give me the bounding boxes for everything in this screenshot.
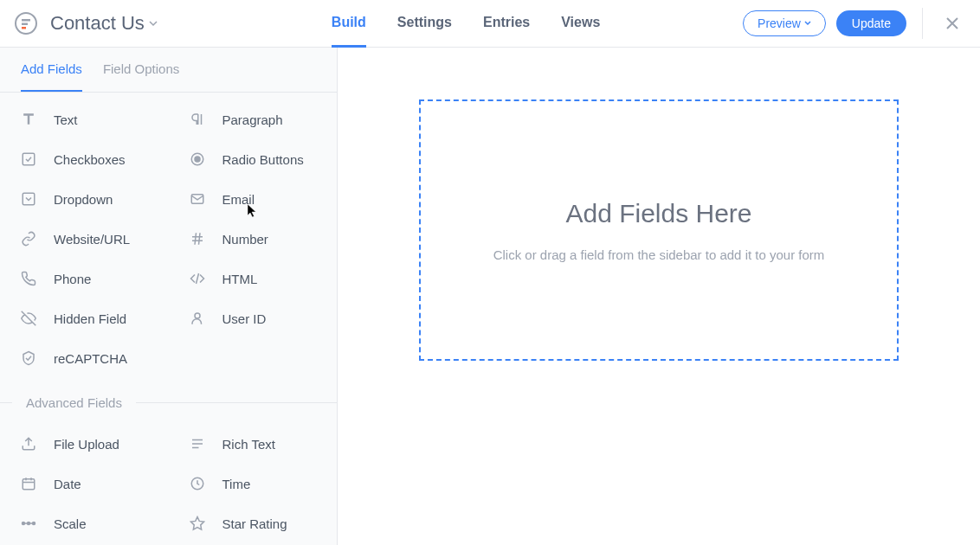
field-item-star-rating[interactable]: Star Rating [169,503,338,543]
svg-point-6 [195,157,200,162]
field-label: Phone [54,272,91,286]
field-label: Star Rating [222,516,287,531]
form-title-text: Contact Us [50,12,145,35]
divider [136,402,337,403]
field-label: Radio Buttons [222,152,304,167]
svg-point-12 [23,523,25,525]
field-label: File Upload [54,437,119,452]
field-item-scale[interactable]: Scale [0,503,169,543]
form-title-dropdown[interactable]: Contact Us [50,12,158,35]
svg-point-14 [33,523,35,525]
field-item-phone[interactable]: Phone [0,259,169,298]
preview-button[interactable]: Preview [743,10,826,36]
section-label: Advanced Fields [12,395,136,410]
field-label: Rich Text [222,437,275,452]
field-label: Email [222,192,255,207]
radio-icon [188,150,207,169]
field-label: Date [54,477,81,491]
field-item-dropdown[interactable]: Dropdown [0,179,169,219]
field-label: Hidden Field [54,311,126,326]
update-button[interactable]: Update [836,10,906,36]
field-item-file-upload[interactable]: File Upload [0,424,169,464]
field-label: Paragraph [222,112,283,127]
sidebar-tab-field-options[interactable]: Field Options [103,48,179,92]
svg-rect-10 [23,479,35,490]
field-label: Website/URL [54,232,130,247]
upload-icon [19,434,38,453]
nav-tab-build[interactable]: Build [332,0,366,48]
field-label: User ID [222,311,267,326]
sidebar-tab-add-fields[interactable]: Add Fields [21,48,82,92]
field-item-userid[interactable]: User ID [169,298,338,338]
star-icon [188,514,207,533]
svg-point-9 [195,313,200,318]
header-actions: Preview Update [743,8,966,39]
nav-tab-entries[interactable]: Entries [483,0,530,48]
field-label: Checkboxes [54,152,126,167]
advanced-fields-grid: File Upload Rich Text Date [0,417,337,545]
recaptcha-icon [19,349,38,368]
link-icon [19,229,38,248]
email-icon [188,189,207,208]
field-label: Time [222,477,251,491]
close-button[interactable] [938,13,966,34]
field-label: reCAPTCHA [54,351,127,366]
main-nav: Build Settings Entries Views [332,0,600,48]
dropdown-icon [19,189,38,208]
time-icon [188,474,207,493]
field-label: Text [54,112,78,127]
svg-rect-7 [23,193,35,205]
caret-down-icon [804,20,811,27]
field-label: Scale [54,516,87,531]
field-item-time[interactable]: Time [169,464,338,503]
field-item-url[interactable]: Website/URL [0,219,169,259]
nav-tab-settings[interactable]: Settings [397,0,452,48]
dropzone-subtitle: Click or drag a field from the sidebar t… [493,247,825,262]
svg-point-13 [28,523,30,525]
dropzone[interactable]: Add Fields Here Click or drag a field fr… [419,99,899,361]
app-header: Contact Us Build Settings Entries Views … [0,0,980,48]
main-content: Add Fields Field Options Text Paragraph [0,48,980,545]
date-icon [19,474,38,493]
field-item-email[interactable]: Email [169,179,338,219]
text-icon [19,110,38,129]
app-logo-icon [14,11,38,35]
svg-rect-2 [22,23,28,26]
svg-rect-3 [22,27,26,29]
scale-icon [19,514,38,533]
field-label: Number [222,232,268,247]
html-icon [188,269,207,288]
user-icon [188,309,207,328]
svg-rect-4 [23,153,35,165]
field-label: HTML [222,272,258,286]
divider [922,8,923,39]
svg-rect-1 [22,19,30,22]
field-item-recaptcha[interactable]: reCAPTCHA [0,338,169,378]
checkbox-icon [19,150,38,169]
advanced-fields-header: Advanced Fields [0,388,337,417]
field-item-date[interactable]: Date [0,464,169,503]
field-item-html[interactable]: HTML [169,259,338,298]
dropzone-title: Add Fields Here [565,199,751,228]
basic-fields-grid: Text Paragraph Checkboxes [0,93,337,385]
sidebar-tabs: Add Fields Field Options [0,48,337,93]
paragraph-icon [188,110,207,129]
field-item-radio[interactable]: Radio Buttons [169,139,338,179]
phone-icon [19,269,38,288]
field-item-rich-text[interactable]: Rich Text [169,424,338,464]
hash-icon [188,229,207,248]
nav-tab-views[interactable]: Views [561,0,600,48]
field-item-hidden[interactable]: Hidden Field [0,298,169,338]
chevron-down-icon [148,18,158,29]
richtext-icon [188,434,207,453]
hidden-icon [19,309,38,328]
divider [0,402,12,403]
field-item-number[interactable]: Number [169,219,338,259]
field-item-checkboxes[interactable]: Checkboxes [0,139,169,179]
field-label: Dropdown [54,192,113,207]
form-canvas: Add Fields Here Click or drag a field fr… [338,48,980,545]
field-item-paragraph[interactable]: Paragraph [169,99,338,139]
sidebar: Add Fields Field Options Text Paragraph [0,48,338,545]
field-item-text[interactable]: Text [0,99,169,139]
preview-button-label: Preview [758,16,801,30]
